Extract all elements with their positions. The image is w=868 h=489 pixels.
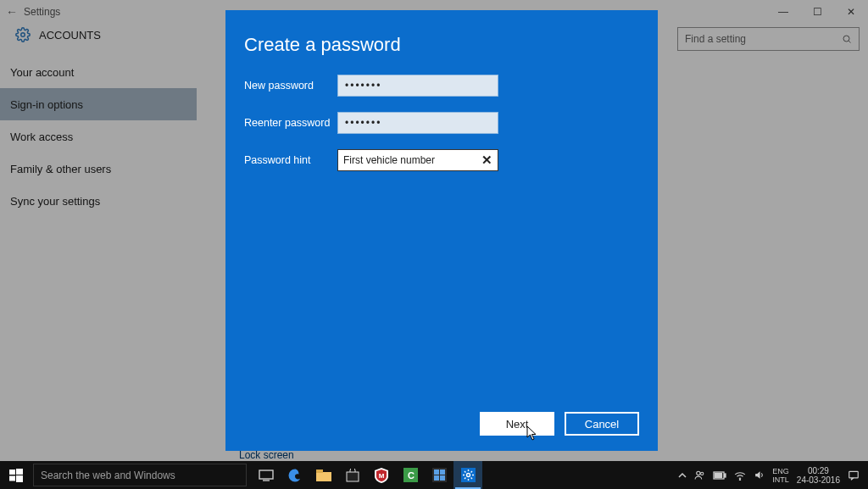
back-button[interactable]: ← <box>0 5 24 19</box>
system-tray: ENG INTL 00:29 24-03-2016 <box>678 466 868 485</box>
page-header: ACCOUNTS <box>15 27 101 42</box>
store-icon[interactable] <box>338 461 367 489</box>
minimize-button[interactable]: — <box>766 0 800 24</box>
svg-rect-7 <box>259 470 273 479</box>
reenter-password-input[interactable]: ••••••• <box>337 112 498 134</box>
file-explorer-icon[interactable] <box>309 461 338 489</box>
camtasia-icon[interactable]: C <box>396 461 425 489</box>
svg-line-27 <box>470 478 471 479</box>
cancel-button[interactable]: Cancel <box>565 412 639 436</box>
sidebar-item-family-other-users[interactable]: Family & other users <box>0 153 197 185</box>
svg-point-35 <box>740 479 741 480</box>
svg-rect-5 <box>9 475 15 481</box>
create-password-dialog: Create a password New password ••••••• R… <box>225 10 658 451</box>
dialog-title: Create a password <box>244 34 639 56</box>
sidebar-item-sync-your-settings[interactable]: Sync your settings <box>0 185 197 217</box>
sidebar: Your account Sign-in options Work access… <box>0 56 197 217</box>
svg-point-1 <box>843 36 849 42</box>
new-password-input[interactable]: ••••••• <box>337 75 498 97</box>
svg-line-29 <box>470 471 471 472</box>
svg-rect-6 <box>16 475 23 482</box>
wifi-icon[interactable] <box>734 470 746 481</box>
close-window-button[interactable]: ✕ <box>834 0 868 24</box>
taskbar: Search the web and Windows M C <box>0 461 868 489</box>
task-view-icon[interactable] <box>252 461 281 489</box>
language-indicator[interactable]: ENG INTL <box>772 467 789 484</box>
sidebar-item-work-access[interactable]: Work access <box>0 120 197 153</box>
dialog-footer: Next Cancel <box>480 412 639 436</box>
taskbar-search-input[interactable]: Search the web and Windows <box>33 464 247 486</box>
tray-chevron-up-icon[interactable] <box>678 471 687 480</box>
search-icon <box>842 34 852 44</box>
clear-input-icon[interactable]: ✕ <box>481 153 492 168</box>
clock[interactable]: 00:29 24-03-2016 <box>797 466 840 485</box>
password-hint-label: Password hint <box>244 154 337 166</box>
svg-rect-10 <box>316 470 323 473</box>
taskbar-app-icons: M C <box>252 461 482 489</box>
svg-line-26 <box>465 471 465 472</box>
volume-icon[interactable] <box>754 470 765 481</box>
svg-rect-17 <box>440 470 445 475</box>
settings-taskbar-icon[interactable] <box>453 461 482 489</box>
find-setting-input[interactable]: Find a setting <box>677 27 860 51</box>
action-center-icon[interactable] <box>848 470 860 481</box>
new-password-label: New password <box>244 80 337 92</box>
svg-rect-9 <box>316 472 331 481</box>
page-title: ACCOUNTS <box>39 29 101 42</box>
svg-rect-16 <box>434 470 439 475</box>
edge-browser-icon[interactable] <box>281 461 309 489</box>
svg-text:M: M <box>379 472 385 480</box>
svg-point-31 <box>701 472 704 475</box>
svg-point-30 <box>697 471 700 475</box>
svg-line-2 <box>849 41 850 42</box>
next-button[interactable]: Next <box>480 412 554 436</box>
svg-rect-19 <box>440 475 445 481</box>
sidebar-item-your-account[interactable]: Your account <box>0 56 197 88</box>
maximize-button[interactable]: ☐ <box>800 0 834 24</box>
taskbar-search-placeholder: Search the web and Windows <box>41 470 175 481</box>
svg-text:C: C <box>408 470 415 481</box>
reenter-password-label: Reenter password <box>244 117 337 129</box>
svg-rect-34 <box>715 473 722 477</box>
app-icon[interactable] <box>425 461 453 489</box>
sidebar-item-sign-in-options[interactable]: Sign-in options <box>0 88 197 120</box>
svg-rect-18 <box>434 475 439 481</box>
svg-line-28 <box>465 478 465 479</box>
mcafee-icon[interactable]: M <box>367 461 396 489</box>
lock-screen-link[interactable]: Lock screen <box>239 449 294 461</box>
svg-rect-36 <box>849 471 859 478</box>
password-hint-input[interactable]: First vehicle number ✕ <box>337 149 498 171</box>
svg-rect-3 <box>9 470 15 475</box>
svg-rect-4 <box>16 469 23 475</box>
find-setting-placeholder: Find a setting <box>685 33 746 45</box>
gear-icon <box>15 27 31 42</box>
window-title: Settings <box>24 6 60 18</box>
battery-icon[interactable] <box>713 471 726 480</box>
svg-rect-33 <box>725 474 726 477</box>
people-icon[interactable] <box>694 470 705 481</box>
svg-rect-11 <box>347 472 359 481</box>
start-button[interactable] <box>0 461 32 489</box>
svg-point-0 <box>21 33 25 37</box>
